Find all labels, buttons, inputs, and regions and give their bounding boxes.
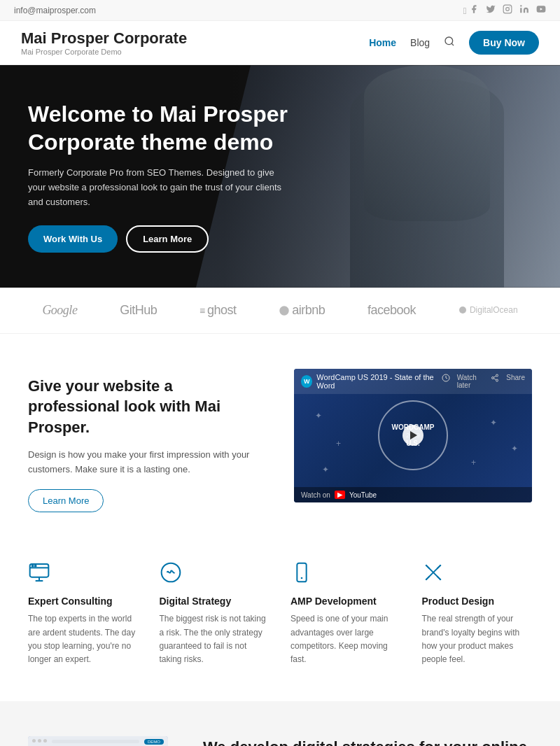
service-title-1: Expert Consulting — [28, 596, 139, 607]
screenshot-inner: DEMO Welcome to Corporate ProGenesis chi… — [28, 736, 168, 746]
cta-section: DEMO Welcome to Corporate ProGenesis chi… — [0, 701, 560, 746]
facebook-icon[interactable]:  — [463, 4, 479, 16]
facebook-logo: facebook — [368, 303, 416, 318]
logos-bar: Google GitHub ghost airbnb facebook Digi… — [0, 288, 560, 334]
svg-line-12 — [494, 379, 496, 380]
svg-line-6 — [451, 43, 454, 45]
youtube-logo: ▶ — [335, 491, 345, 499]
screenshot-topbar: DEMO — [28, 736, 168, 746]
wp-icon: W — [301, 375, 312, 388]
service-product-design: Product Design The real strength of your… — [422, 561, 533, 666]
content-learn-more-button[interactable]: Learn More — [28, 489, 104, 512]
service-title-2: Digital Strategy — [160, 596, 270, 607]
service-title-3: AMP Development — [290, 596, 401, 607]
video-title-bar: W WordCamp US 2019 - State of the Word W… — [294, 369, 532, 394]
svg-point-7 — [459, 307, 466, 314]
dot-1 — [32, 739, 36, 743]
svg-point-10 — [492, 376, 494, 379]
social-icons:  — [463, 4, 546, 16]
linkedin-icon[interactable] — [519, 4, 529, 16]
hero-content: Welcome to Mai Prosper Corporate theme d… — [0, 65, 336, 287]
site-title: Mai Prosper Corporate — [21, 29, 187, 48]
svg-point-3 — [520, 5, 522, 6]
services-grid: Expert Consulting The top experts in the… — [0, 547, 560, 701]
browser-icon — [28, 561, 139, 589]
star-decoration: ✦ — [490, 418, 497, 428]
content-description: Design is how you make your first impres… — [28, 448, 266, 477]
hero-description: Formerly Corporate Pro from SEO Themes. … — [28, 166, 294, 209]
content-left: Give your website a professional look wi… — [28, 369, 266, 513]
video-title-text: W WordCamp US 2019 - State of the Word — [301, 373, 442, 390]
tools-icon — [422, 561, 533, 589]
search-icon[interactable] — [444, 36, 455, 50]
wordcamp-circle: WORDCAMP 2019 U.S. — [378, 400, 448, 470]
hero-section: Welcome to Mai Prosper Corporate theme d… — [0, 65, 560, 287]
content-section: Give your website a professional look wi… — [0, 334, 560, 548]
youtube-icon[interactable] — [536, 4, 546, 16]
mobile-icon — [290, 561, 401, 589]
svg-point-2 — [510, 6, 510, 7]
video-actions: Watch later Share — [442, 374, 525, 389]
play-button[interactable] — [402, 425, 424, 446]
main-nav: Home Blog Buy Now — [369, 31, 539, 55]
work-with-us-button[interactable]: Work With Us — [28, 225, 118, 253]
cta-right: We develop digital strategies for your o… — [203, 737, 532, 746]
star-decoration: + — [471, 458, 476, 467]
dot-2 — [38, 739, 41, 743]
chart-icon — [160, 561, 270, 589]
cta-heading: We develop digital strategies for your o… — [203, 737, 532, 746]
service-desc-3: Speed is one of your main advantages ove… — [290, 612, 401, 666]
service-title-4: Product Design — [422, 596, 533, 607]
twitter-icon[interactable] — [486, 4, 496, 16]
star-decoration: + — [336, 439, 341, 449]
airbnb-logo: airbnb — [279, 303, 325, 318]
github-logo: GitHub — [120, 303, 157, 318]
youtube-text: YouTube — [349, 491, 377, 499]
watch-on-label: Watch on — [301, 491, 330, 499]
svg-rect-0 — [503, 5, 512, 13]
share-icon[interactable] — [491, 374, 499, 389]
service-expert-consulting: Expert Consulting The top experts in the… — [28, 561, 139, 666]
learn-more-hero-button[interactable]: Learn More — [126, 225, 209, 253]
video-inner: W WordCamp US 2019 - State of the Word W… — [294, 369, 532, 502]
hero-buttons: Work With Us Learn More — [28, 225, 308, 253]
service-desc-4: The real strength of your brand's loyalt… — [422, 612, 533, 666]
service-desc-1: The top experts in the world are ardent … — [28, 612, 139, 666]
content-heading: Give your website a professional look wi… — [28, 376, 266, 438]
star-decoration: ✦ — [511, 444, 518, 453]
svg-line-13 — [494, 376, 496, 377]
ghost-logo: ghost — [200, 303, 237, 318]
svg-point-9 — [496, 374, 498, 376]
svg-point-11 — [496, 379, 498, 381]
video-thumbnail[interactable]: W WordCamp US 2019 - State of the Word W… — [294, 369, 532, 502]
demo-badge: DEMO — [144, 739, 164, 745]
email-label: info@maiprosper.com — [14, 6, 96, 15]
top-bar: info@maiprosper.com  — [0, 0, 560, 21]
nav-home[interactable]: Home — [369, 37, 396, 48]
svg-point-5 — [445, 37, 453, 45]
site-header: Mai Prosper Corporate Mai Prosper Corpor… — [0, 21, 560, 65]
nav-blog[interactable]: Blog — [410, 37, 430, 48]
svg-point-19 — [35, 565, 36, 567]
star-decoration: ✦ — [315, 411, 322, 421]
watch-later-icon[interactable] — [442, 374, 450, 389]
site-subtitle: Mai Prosper Corporate Demo — [21, 48, 187, 56]
service-digital-strategy: Digital Strategy The biggest risk is not… — [160, 561, 270, 666]
address-bar — [52, 740, 139, 743]
google-logo: Google — [42, 303, 77, 318]
cta-screenshot: DEMO Welcome to Corporate ProGenesis chi… — [28, 736, 168, 746]
dot-3 — [43, 739, 47, 743]
video-bottom-bar: Watch on ▶ YouTube — [294, 487, 532, 502]
service-desc-2: The biggest risk is not taking a risk. T… — [160, 612, 270, 666]
star-decoration: ✦ — [322, 465, 329, 474]
svg-point-1 — [506, 8, 510, 11]
digitalocean-logo: DigitalOcean — [458, 305, 518, 315]
content-right: W WordCamp US 2019 - State of the Word W… — [294, 369, 532, 502]
hero-title: Welcome to Mai Prosper Corporate theme d… — [28, 100, 308, 156]
logo-area: Mai Prosper Corporate Mai Prosper Corpor… — [21, 29, 187, 56]
service-amp-development: AMP Development Speed is one of your mai… — [290, 561, 401, 666]
svg-point-18 — [32, 565, 34, 567]
buy-button[interactable]: Buy Now — [469, 31, 539, 55]
instagram-icon[interactable] — [503, 4, 512, 16]
